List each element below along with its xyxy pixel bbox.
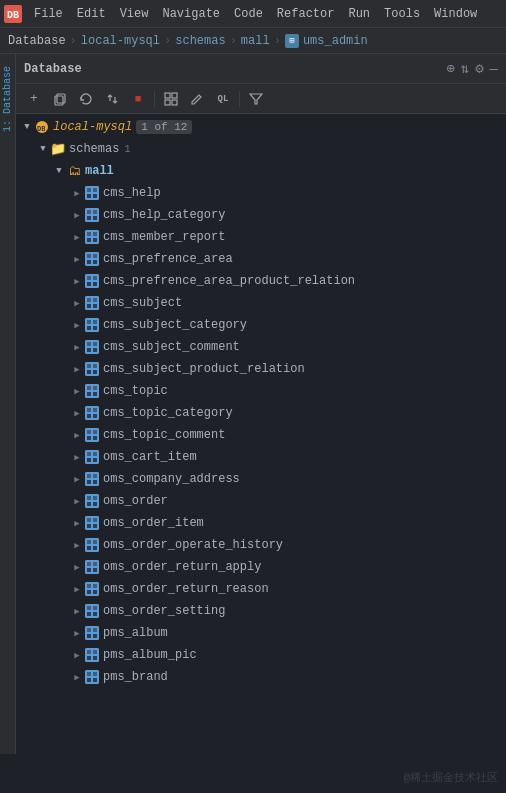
breadcrumb-schemas[interactable]: schemas: [175, 34, 225, 48]
table-icon: [84, 427, 100, 443]
arrow-table[interactable]: ▶: [70, 450, 84, 464]
main-panel: Database ⊕ ⇅ ⚙ — + ■ QL: [16, 54, 506, 793]
panel-header: Database ⊕ ⇅ ⚙ —: [16, 54, 506, 84]
arrow-table[interactable]: ▶: [70, 340, 84, 354]
arrow-table[interactable]: ▶: [70, 516, 84, 530]
tree-row-table[interactable]: ▶ cms_prefrence_area: [16, 248, 506, 270]
filter-button[interactable]: [244, 88, 268, 110]
tree-row-table[interactable]: ▶ oms_order_operate_history: [16, 534, 506, 556]
tree-row-table[interactable]: ▶ cms_subject: [16, 292, 506, 314]
table-icon: [84, 515, 100, 531]
menu-view[interactable]: View: [114, 5, 155, 23]
arrow-mall[interactable]: ▼: [52, 164, 66, 178]
tree-row-table[interactable]: ▶ cms_member_report: [16, 226, 506, 248]
stop-button[interactable]: ■: [126, 88, 150, 110]
minimize-icon[interactable]: —: [490, 61, 498, 77]
connection-label: local-mysql: [53, 120, 132, 134]
breadcrumb-connection[interactable]: local-mysql: [81, 34, 160, 48]
tree-row-table[interactable]: ▶ cms_topic_category: [16, 402, 506, 424]
menu-code[interactable]: Code: [228, 5, 269, 23]
side-tab-database[interactable]: 1: Database: [0, 54, 16, 754]
copy-button[interactable]: [48, 88, 72, 110]
arrow-table[interactable]: ▶: [70, 406, 84, 420]
tree-row-mall[interactable]: ▼ 🗂 mall: [16, 160, 506, 182]
edit-button[interactable]: [185, 88, 209, 110]
breadcrumb-mall[interactable]: mall: [241, 34, 270, 48]
menu-refactor[interactable]: Refactor: [271, 5, 341, 23]
arrow-table[interactable]: ▶: [70, 472, 84, 486]
arrow-table[interactable]: ▶: [70, 604, 84, 618]
table-name: oms_order_return_apply: [103, 560, 261, 574]
arrow-table[interactable]: ▶: [70, 208, 84, 222]
arrow-table[interactable]: ▶: [70, 274, 84, 288]
tree-row-table[interactable]: ▶ pms_brand: [16, 666, 506, 688]
tree-row-table[interactable]: ▶ oms_company_address: [16, 468, 506, 490]
tree-row-table[interactable]: ▶ oms_order_setting: [16, 600, 506, 622]
sort-icon[interactable]: ⇅: [461, 60, 469, 77]
menu-navigate[interactable]: Navigate: [156, 5, 226, 23]
table-icon: [84, 295, 100, 311]
menu-tools[interactable]: Tools: [378, 5, 426, 23]
grid-button[interactable]: [159, 88, 183, 110]
refresh-button[interactable]: [74, 88, 98, 110]
tree-row-table[interactable]: ▶ oms_order_return_reason: [16, 578, 506, 600]
table-name: oms_order_return_reason: [103, 582, 269, 596]
mall-label: mall: [85, 164, 114, 178]
arrow-table[interactable]: ▶: [70, 384, 84, 398]
breadcrumb-database[interactable]: Database: [8, 34, 66, 48]
arrow-table[interactable]: ▶: [70, 560, 84, 574]
arrow-table[interactable]: ▶: [70, 648, 84, 662]
table-name: cms_subject: [103, 296, 182, 310]
table-icon: [84, 581, 100, 597]
tree-row-table[interactable]: ▶ cms_help_category: [16, 204, 506, 226]
add-button[interactable]: +: [22, 88, 46, 110]
tree-row-table[interactable]: ▶ cms_subject_category: [16, 314, 506, 336]
tree-row-table[interactable]: ▶ oms_cart_item: [16, 446, 506, 468]
tree-row-table[interactable]: ▶ cms_subject_product_relation: [16, 358, 506, 380]
tree-row-table[interactable]: ▶ oms_order: [16, 490, 506, 512]
settings-icon[interactable]: ⚙: [475, 60, 483, 77]
arrow-table[interactable]: ▶: [70, 252, 84, 266]
tree-row-table[interactable]: ▶ pms_album_pic: [16, 644, 506, 666]
menu-run[interactable]: Run: [342, 5, 376, 23]
arrow-table[interactable]: ▶: [70, 230, 84, 244]
tree-container[interactable]: ▼ DB local-mysql 1 of 12 ▼ 📁 schemas 1 ▼…: [16, 114, 506, 793]
svg-rect-6: [165, 100, 170, 105]
toolbar-separator-2: [239, 91, 240, 107]
arrow-table[interactable]: ▶: [70, 296, 84, 310]
arrow-connection[interactable]: ▼: [20, 120, 34, 134]
tree-row-table[interactable]: ▶ pms_album: [16, 622, 506, 644]
arrow-table[interactable]: ▶: [70, 318, 84, 332]
tree-row-connection[interactable]: ▼ DB local-mysql 1 of 12: [16, 116, 506, 138]
menu-window[interactable]: Window: [428, 5, 483, 23]
arrow-schemas[interactable]: ▼: [36, 142, 50, 156]
side-tab-label[interactable]: 1: Database: [2, 66, 13, 132]
arrow-table[interactable]: ▶: [70, 670, 84, 684]
tree-row-table[interactable]: ▶ cms_subject_comment: [16, 336, 506, 358]
arrow-table[interactable]: ▶: [70, 494, 84, 508]
tree-row-table[interactable]: ▶ cms_topic: [16, 380, 506, 402]
table-name: cms_topic_comment: [103, 428, 225, 442]
table-name: cms_subject_comment: [103, 340, 240, 354]
tree-row-table[interactable]: ▶ cms_topic_comment: [16, 424, 506, 446]
arrow-table[interactable]: ▶: [70, 428, 84, 442]
breadcrumb-table[interactable]: ums_admin: [303, 34, 368, 48]
tree-row-table[interactable]: ▶ oms_order_return_apply: [16, 556, 506, 578]
sync-button[interactable]: [100, 88, 124, 110]
arrow-table[interactable]: ▶: [70, 626, 84, 640]
svg-rect-4: [165, 93, 170, 98]
refresh-icon[interactable]: ⊕: [446, 60, 454, 77]
tree-row-table[interactable]: ▶ cms_prefrence_area_product_relation: [16, 270, 506, 292]
tree-row-table[interactable]: ▶ cms_help: [16, 182, 506, 204]
arrow-table[interactable]: ▶: [70, 582, 84, 596]
arrow-table[interactable]: ▶: [70, 538, 84, 552]
table-name: pms_brand: [103, 670, 168, 684]
menu-edit[interactable]: Edit: [71, 5, 112, 23]
table-icon: [84, 339, 100, 355]
arrow-table[interactable]: ▶: [70, 362, 84, 376]
tree-row-schemas[interactable]: ▼ 📁 schemas 1: [16, 138, 506, 160]
menu-file[interactable]: File: [28, 5, 69, 23]
ql-button[interactable]: QL: [211, 88, 235, 110]
tree-row-table[interactable]: ▶ oms_order_item: [16, 512, 506, 534]
arrow-table[interactable]: ▶: [70, 186, 84, 200]
